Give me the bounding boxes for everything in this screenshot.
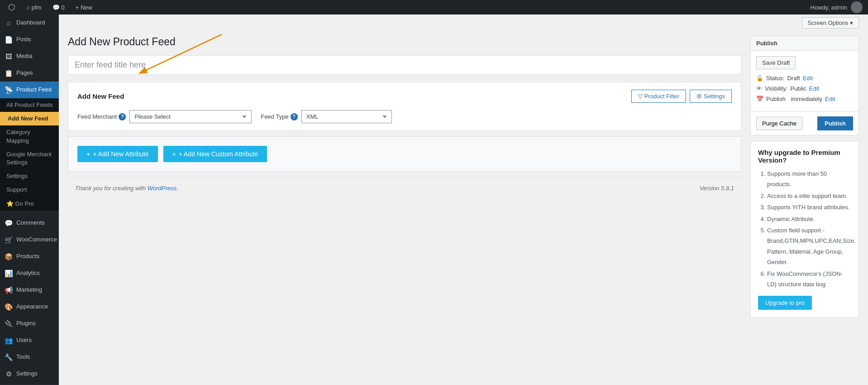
sidebar-label-comments: Comments bbox=[16, 219, 45, 227]
sidebar-item-product-feed[interactable]: 📡 Product Feed bbox=[0, 82, 59, 98]
feed-type-help-icon[interactable]: ? bbox=[291, 113, 298, 120]
sidebar-label-analytics: Analytics bbox=[16, 269, 40, 277]
sidebar-item-go-pro[interactable]: ⭐ Go Pro bbox=[0, 197, 59, 211]
publish-panel-title: Publish bbox=[756, 40, 777, 47]
sidebar-item-comments[interactable]: 💬 Comments bbox=[0, 215, 59, 231]
feed-type-label: Feed Type ? bbox=[261, 113, 297, 120]
sidebar-item-settings[interactable]: Settings bbox=[0, 169, 59, 183]
feed-section-actions: ▽ Product Filter ⚙ Settings bbox=[631, 90, 732, 103]
sidebar-item-all-feeds[interactable]: All Product Feeds bbox=[0, 98, 59, 112]
premium-point-6: Fix WooCommerce's (JSON-LD) structure da… bbox=[767, 269, 851, 290]
comments-count: 0 bbox=[62, 4, 65, 11]
sidebar-item-woocommerce[interactable]: 🛒 WooCommerce bbox=[0, 231, 59, 248]
wp-logo-icon: ⬡ bbox=[8, 2, 15, 12]
sidebar-label-posts: Posts bbox=[16, 35, 31, 43]
publish-label: Publish bbox=[825, 120, 846, 127]
sidebar-item-support[interactable]: Support bbox=[0, 183, 59, 197]
sidebar-label-media: Media bbox=[16, 52, 32, 60]
premium-panel: Why upgrade to Premium Version? Supports… bbox=[750, 141, 859, 318]
publish-button[interactable]: Publish bbox=[817, 116, 853, 130]
upgrade-to-pro-button[interactable]: Upgrade to pro bbox=[758, 296, 812, 310]
visibility-label: Visibility: bbox=[765, 85, 787, 92]
premium-point-2: Access to a elite support team. bbox=[767, 191, 851, 201]
publish-timing: immediately bbox=[791, 96, 822, 102]
feed-section-wrapper: Add New Feed ▽ Product Filter ⚙ Settings bbox=[68, 82, 741, 131]
premium-title: Why upgrade to Premium Version? bbox=[758, 149, 851, 164]
visibility-icon: 👁 bbox=[756, 85, 762, 92]
plugins-icon: 🔌 bbox=[5, 319, 13, 328]
sidebar-item-google-merchant[interactable]: Google Merchant Settings bbox=[0, 148, 59, 169]
toolbar-left: ⬡ ⌂ pfm 💬 0 + New bbox=[5, 0, 95, 14]
sidebar-item-plugins[interactable]: 🔌 Plugins bbox=[0, 315, 59, 332]
woocommerce-icon: 🛒 bbox=[5, 235, 13, 245]
sidebar-divider-2 bbox=[0, 384, 59, 385]
sidebar-item-add-new-feed[interactable]: Add New Feed bbox=[0, 112, 59, 125]
comments-sidebar-icon: 💬 bbox=[5, 218, 13, 228]
sidebar-item-users[interactable]: 👥 Users bbox=[0, 332, 59, 349]
sidebar-item-pages[interactable]: 📋 Pages bbox=[0, 65, 59, 82]
sidebar-label-dashboard: Dashboard bbox=[16, 19, 45, 27]
sidebar-item-settings-main[interactable]: ⚙ Settings bbox=[0, 366, 59, 382]
sidebar-item-analytics[interactable]: 📊 Analytics bbox=[0, 265, 59, 282]
sidebar-item-products[interactable]: 📦 Products bbox=[0, 248, 59, 265]
sidebar-item-category-mapping[interactable]: Category Mapping bbox=[0, 125, 59, 147]
products-icon: 📦 bbox=[5, 252, 13, 261]
new-content-button[interactable]: + New bbox=[73, 0, 95, 14]
sidebar-item-dashboard[interactable]: ⌂ Dashboard bbox=[0, 14, 59, 31]
status-icon: 🔓 bbox=[756, 75, 763, 82]
settings-button[interactable]: ⚙ Settings bbox=[690, 90, 732, 103]
add-new-feed-panel: Add New Feed ▽ Product Filter ⚙ Settings bbox=[68, 82, 741, 131]
sidebar-label-marketing: Marketing bbox=[16, 286, 42, 294]
feed-merchant-text: Feed Merchant bbox=[77, 113, 117, 120]
main-column: Add New Product Feed bbox=[59, 29, 750, 206]
right-sidebar: Publish Save Draft 🔓 Status: bbox=[750, 29, 868, 325]
save-draft-label: Save Draft bbox=[762, 59, 790, 66]
sidebar-label-add-new-feed: Add New Feed bbox=[8, 115, 48, 123]
status-edit-link[interactable]: Edit bbox=[803, 75, 813, 82]
visibility-edit-link[interactable]: Edit bbox=[809, 85, 819, 92]
sidebar-label-users: Users bbox=[16, 336, 32, 344]
product-filter-button[interactable]: ▽ Product Filter bbox=[631, 90, 686, 103]
sidebar-label-plugins: Plugins bbox=[16, 319, 36, 327]
add-attr-plus-icon: + bbox=[86, 150, 90, 158]
appearance-icon: 🎨 bbox=[5, 302, 13, 312]
save-draft-button[interactable]: Save Draft bbox=[756, 56, 796, 69]
feed-merchant-field: Feed Merchant ? Please Select bbox=[77, 110, 252, 123]
new-label: + New bbox=[76, 4, 92, 11]
premium-point-3: Supports YITH brand attributes. bbox=[767, 202, 851, 212]
sidebar-label-google-merchant: Google Merchant Settings bbox=[6, 150, 54, 167]
footer-wordpress-link[interactable]: WordPress bbox=[148, 185, 176, 192]
sidebar-item-posts[interactable]: 📄 Posts bbox=[0, 31, 59, 48]
page-footer: Thank you for creating with WordPress. V… bbox=[68, 177, 741, 199]
status-row: 🔓 Status: Draft Edit bbox=[756, 75, 853, 82]
footer-thanks: Thank you for creating with bbox=[75, 185, 148, 192]
analytics-icon: 📊 bbox=[5, 269, 13, 278]
page-title: Add New Product Feed bbox=[68, 36, 741, 48]
sidebar-item-tools[interactable]: 🔧 Tools bbox=[0, 349, 59, 366]
comments-button[interactable]: 💬 0 bbox=[50, 0, 67, 14]
sidebar-item-media[interactable]: 🖼 Media bbox=[0, 48, 59, 65]
comments-icon: 💬 bbox=[52, 4, 60, 11]
feed-merchant-help-icon[interactable]: ? bbox=[119, 113, 126, 120]
site-name-button[interactable]: ⌂ pfm bbox=[24, 0, 44, 14]
wp-logo-button[interactable]: ⬡ bbox=[5, 0, 18, 14]
dashboard-icon: ⌂ bbox=[5, 18, 13, 28]
publish-time-edit-link[interactable]: Edit bbox=[825, 96, 835, 102]
add-new-custom-attribute-button[interactable]: + + Add New Custom Attribute bbox=[163, 146, 267, 162]
feed-type-select[interactable]: XML bbox=[301, 110, 392, 123]
sidebar-item-appearance[interactable]: 🎨 Appearance bbox=[0, 298, 59, 315]
feed-merchant-select[interactable]: Please Select bbox=[129, 110, 252, 123]
admin-sidebar: ⌂ Dashboard 📄 Posts 🖼 Media 📋 Pages 📡 Pr… bbox=[0, 14, 59, 385]
purge-cache-button[interactable]: Purge Cache bbox=[756, 117, 802, 130]
feed-title-input[interactable] bbox=[68, 55, 741, 75]
sidebar-label-products: Products bbox=[16, 252, 39, 260]
screen-options-label: Screen Options bbox=[808, 19, 849, 26]
settings-gear-icon: ⚙ bbox=[696, 93, 702, 100]
screen-options-button[interactable]: Screen Options ▾ bbox=[802, 17, 859, 29]
screen-options-chevron-icon: ▾ bbox=[850, 19, 853, 26]
sidebar-item-marketing[interactable]: 📢 Marketing bbox=[0, 282, 59, 298]
publish-panel-body: Save Draft 🔓 Status: Draft Edit 👁 bbox=[751, 51, 858, 111]
add-new-attribute-button[interactable]: + + Add New Attribute bbox=[77, 146, 158, 162]
content-area: Screen Options ▾ Add New Product Feed bbox=[59, 14, 868, 385]
sidebar-label-product-feed: Product Feed bbox=[16, 86, 52, 94]
